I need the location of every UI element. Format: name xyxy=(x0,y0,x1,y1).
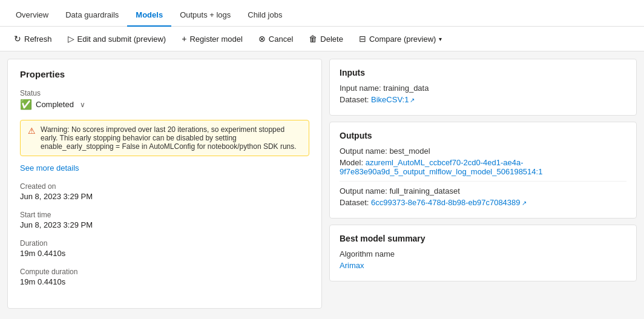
edit-submit-button[interactable]: ▷ Edit and submit (preview) xyxy=(61,30,173,47)
properties-panel: Properties Status ✅ Completed ∨ ⚠ Warnin… xyxy=(7,59,322,309)
status-group: Status ✅ Completed ∨ xyxy=(20,89,309,110)
right-panel: Inputs Input name: training_data Dataset… xyxy=(329,59,637,309)
play-icon: ▷ xyxy=(68,34,74,44)
tabs-bar: Overview Data guardrails Models Outputs … xyxy=(0,0,644,27)
status-value: Completed xyxy=(36,100,74,109)
warning-text: Warning: No scores improved over last 20… xyxy=(41,125,301,151)
external-link-icon-2: ↗ xyxy=(522,200,527,206)
tab-data-guardrails[interactable]: Data guardrails xyxy=(57,4,127,27)
compute-duration-label: Compute duration xyxy=(20,268,309,276)
main-content: Properties Status ✅ Completed ∨ ⚠ Warnin… xyxy=(0,51,644,316)
cancel-icon: ⊗ xyxy=(258,34,266,44)
compute-duration-value: 19m 0.4410s xyxy=(20,277,309,286)
output2-name-row: Output name: full_training_dataset xyxy=(340,186,626,196)
dataset2-label: Dataset: xyxy=(340,198,369,207)
model-label: Model: xyxy=(340,158,363,167)
chevron-down-icon: ▾ xyxy=(439,36,442,42)
outputs-divider xyxy=(340,181,626,182)
created-on-group: Created on Jun 8, 2023 3:29 PM xyxy=(20,182,309,201)
output1-name-row: Output name: best_model xyxy=(340,146,626,156)
warning-box: ⚠ Warning: No scores improved over last … xyxy=(20,120,309,156)
tab-child-jobs[interactable]: Child jobs xyxy=(239,4,291,27)
dataset2-row: Dataset: 6cc99373-8e76-478d-8b98-eb97c70… xyxy=(340,198,626,207)
created-on-label: Created on xyxy=(20,182,309,191)
delete-button[interactable]: 🗑 Delete xyxy=(302,30,350,47)
dataset2-link[interactable]: 6cc99373-8e76-478d-8b98-eb97c7084389↗ xyxy=(371,198,527,207)
see-more-link[interactable]: See more details xyxy=(20,163,309,173)
duration-group: Duration 19m 0.4410s xyxy=(20,239,309,258)
properties-title: Properties xyxy=(20,69,309,79)
start-time-label: Start time xyxy=(20,211,309,219)
warning-icon: ⚠ xyxy=(28,126,36,151)
start-time-group: Start time Jun 8, 2023 3:29 PM xyxy=(20,211,309,229)
dataset-link[interactable]: BikeCSV:1↗ xyxy=(371,95,415,104)
refresh-button[interactable]: ↻ Refresh xyxy=(7,30,59,47)
register-model-button[interactable]: + Register model xyxy=(175,30,249,47)
created-on-value: Jun 8, 2023 3:29 PM xyxy=(20,192,309,201)
input-name-row: Input name: training_data xyxy=(340,84,626,93)
tab-overview[interactable]: Overview xyxy=(7,4,57,27)
best-model-title: Best model summary xyxy=(340,234,626,243)
cancel-button[interactable]: ⊗ Cancel xyxy=(252,30,300,47)
compare-button[interactable]: ⊟ Compare (preview) ▾ xyxy=(352,30,449,47)
plus-icon: + xyxy=(182,34,186,44)
status-label: Status xyxy=(20,89,309,97)
check-circle-icon: ✅ xyxy=(20,99,32,110)
model-link[interactable]: azureml_AutoML_ccbcef70-2cd0-4ed1-ae4a-9… xyxy=(340,158,542,176)
delete-icon: 🗑 xyxy=(309,34,317,44)
external-link-icon: ↗ xyxy=(410,97,415,104)
outputs-card: Outputs Output name: best_model Model: a… xyxy=(329,122,637,219)
dataset-label: Dataset: xyxy=(340,95,369,104)
duration-value: 19m 0.4410s xyxy=(20,249,309,258)
algorithm-name-label-row: Algorithm name xyxy=(340,249,626,258)
duration-label: Duration xyxy=(20,239,309,248)
model-row: Model: azureml_AutoML_ccbcef70-2cd0-4ed1… xyxy=(340,158,626,176)
status-row: ✅ Completed ∨ xyxy=(20,99,309,110)
compare-icon: ⊟ xyxy=(359,34,366,44)
best-model-card: Best model summary Algorithm name Arimax xyxy=(329,225,637,281)
start-time-value: Jun 8, 2023 3:29 PM xyxy=(20,220,309,229)
toolbar: ↻ Refresh ▷ Edit and submit (preview) + … xyxy=(0,27,644,51)
outputs-title: Outputs xyxy=(340,131,626,140)
tab-outputs-logs[interactable]: Outputs + logs xyxy=(171,4,239,27)
inputs-title: Inputs xyxy=(340,68,626,77)
dataset-row: Dataset: BikeCSV:1↗ xyxy=(340,95,626,104)
inputs-card: Inputs Input name: training_data Dataset… xyxy=(329,59,637,116)
algorithm-link[interactable]: Arimax xyxy=(340,261,364,270)
tab-models[interactable]: Models xyxy=(127,4,171,27)
algorithm-link-row: Arimax xyxy=(340,261,626,270)
status-chevron-button[interactable]: ∨ xyxy=(77,100,88,109)
refresh-icon: ↻ xyxy=(14,34,21,44)
compute-duration-group: Compute duration 19m 0.4410s xyxy=(20,268,309,286)
